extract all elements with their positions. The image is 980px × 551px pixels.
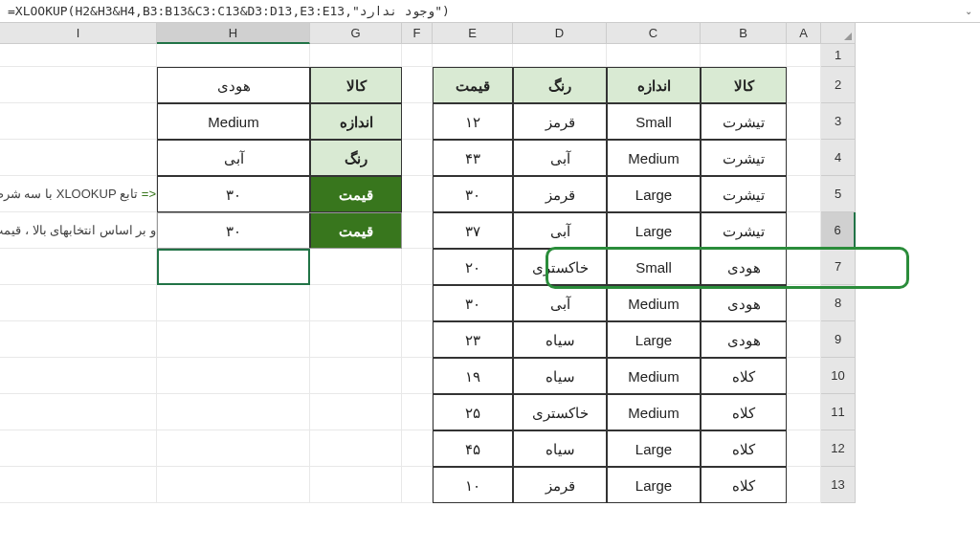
select-all-corner[interactable] — [821, 23, 856, 44]
side-qeymat2-header[interactable]: قیمت — [310, 212, 402, 249]
cell[interactable] — [0, 67, 157, 103]
data-cell[interactable]: Medium — [607, 358, 701, 394]
row-header[interactable]: 8 — [821, 285, 856, 321]
formula-bar[interactable]: =XLOOKUP(H2&H3&H4,B3:B13&C3:C13&D3:D13,E… — [0, 0, 980, 23]
cell[interactable] — [157, 249, 310, 285]
row-header[interactable]: 11 — [821, 394, 856, 430]
cell[interactable] — [787, 285, 821, 321]
main-kala-header[interactable]: کالا — [701, 67, 787, 103]
cell[interactable] — [310, 249, 402, 285]
data-cell[interactable]: آبی — [513, 140, 607, 176]
data-cell[interactable]: ۲۵ — [433, 394, 513, 430]
cell[interactable] — [402, 67, 433, 103]
col-header-F[interactable]: F — [402, 23, 433, 44]
cell[interactable] — [310, 430, 402, 467]
col-header-B[interactable]: B — [701, 23, 787, 44]
row-header[interactable]: 6 — [821, 212, 856, 249]
cell[interactable] — [787, 394, 821, 430]
row-header[interactable]: 10 — [821, 358, 856, 394]
data-cell[interactable]: ۳۰ — [433, 176, 513, 212]
cell[interactable] — [0, 285, 157, 321]
row-header[interactable]: 9 — [821, 321, 856, 358]
cell[interactable] — [157, 394, 310, 430]
cell[interactable] — [0, 467, 157, 503]
side-qeymat2-value[interactable]: ۳۰ — [157, 212, 310, 249]
cell[interactable] — [157, 467, 310, 503]
main-andaze-header[interactable]: اندازه — [607, 67, 701, 103]
comment-cell[interactable]: و بر اساس انتخابهای بالا ، قیمت نمایش دا… — [0, 212, 157, 249]
cell[interactable] — [787, 467, 821, 503]
data-cell[interactable]: Medium — [607, 285, 701, 321]
data-cell[interactable]: کلاه — [701, 394, 787, 430]
data-cell[interactable]: هودی — [701, 285, 787, 321]
data-cell[interactable]: Large — [607, 212, 701, 249]
data-cell[interactable]: ۲۰ — [433, 249, 513, 285]
data-cell[interactable]: خاکستری — [513, 394, 607, 430]
data-cell[interactable]: قرمز — [513, 176, 607, 212]
col-header-D[interactable]: D — [513, 23, 607, 44]
main-rang-header[interactable]: رنگ — [513, 67, 607, 103]
cell[interactable] — [402, 321, 433, 358]
cell[interactable] — [0, 249, 157, 285]
data-cell[interactable]: قرمز — [513, 103, 607, 140]
data-cell[interactable]: تیشرت — [701, 140, 787, 176]
cell[interactable] — [402, 467, 433, 503]
cell[interactable] — [310, 44, 402, 67]
data-cell[interactable]: Small — [607, 249, 701, 285]
data-cell[interactable]: هودی — [701, 249, 787, 285]
data-cell[interactable]: Large — [607, 321, 701, 358]
data-cell[interactable]: Large — [607, 467, 701, 503]
cell[interactable] — [402, 212, 433, 249]
data-cell[interactable]: هودی — [701, 321, 787, 358]
side-kala-header[interactable]: کالا — [310, 67, 402, 103]
col-header-C[interactable]: C — [607, 23, 701, 44]
data-cell[interactable]: Large — [607, 176, 701, 212]
data-cell[interactable]: Large — [607, 430, 701, 467]
data-cell[interactable]: ۲۳ — [433, 321, 513, 358]
cell[interactable] — [787, 430, 821, 467]
cell[interactable] — [310, 285, 402, 321]
cell[interactable] — [0, 44, 157, 67]
cell[interactable] — [157, 285, 310, 321]
cell[interactable] — [402, 358, 433, 394]
cell[interactable] — [787, 212, 821, 249]
col-header-A[interactable]: A — [787, 23, 821, 44]
cell[interactable] — [787, 67, 821, 103]
cell[interactable] — [0, 358, 157, 394]
cell[interactable] — [402, 394, 433, 430]
cell[interactable] — [157, 321, 310, 358]
cell[interactable] — [310, 321, 402, 358]
row-header[interactable]: 1 — [821, 44, 856, 67]
data-cell[interactable]: قرمز — [513, 467, 607, 503]
cell[interactable] — [0, 430, 157, 467]
cell[interactable] — [157, 430, 310, 467]
col-header-H[interactable]: H — [157, 23, 310, 44]
row-header[interactable]: 7 — [821, 249, 856, 285]
comment-cell[interactable]: <= تابع XLOOKUP با سه شرط استفاده شود — [0, 176, 157, 212]
data-cell[interactable]: آبی — [513, 212, 607, 249]
data-cell[interactable]: سیاه — [513, 358, 607, 394]
formula-text[interactable]: =XLOOKUP(H2&H3&H4,B3:B13&C3:C13&D3:D13,E… — [4, 4, 961, 18]
cell[interactable] — [310, 358, 402, 394]
cell[interactable] — [157, 358, 310, 394]
cell[interactable] — [402, 285, 433, 321]
data-cell[interactable]: کلاه — [701, 467, 787, 503]
data-cell[interactable]: Medium — [607, 140, 701, 176]
cell[interactable] — [787, 358, 821, 394]
data-cell[interactable]: خاکستری — [513, 249, 607, 285]
cell[interactable] — [310, 394, 402, 430]
cell[interactable] — [402, 176, 433, 212]
data-cell[interactable]: ۳۰ — [433, 285, 513, 321]
cell[interactable] — [433, 44, 513, 67]
cell[interactable] — [402, 249, 433, 285]
data-cell[interactable]: سیاه — [513, 430, 607, 467]
cell[interactable] — [513, 44, 607, 67]
cell[interactable] — [0, 321, 157, 358]
data-cell[interactable]: تیشرت — [701, 212, 787, 249]
cell[interactable] — [787, 103, 821, 140]
col-header-I[interactable]: I — [0, 23, 157, 44]
side-kala-value[interactable]: هودی — [157, 67, 310, 103]
cell[interactable] — [787, 44, 821, 67]
side-andaze-value[interactable]: Medium — [157, 103, 310, 140]
cell[interactable] — [607, 44, 701, 67]
